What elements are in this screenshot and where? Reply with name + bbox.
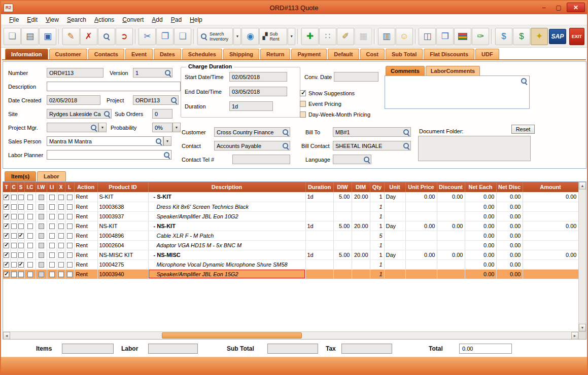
row-checkbox[interactable]	[67, 214, 73, 219]
column-header-net-each[interactable]: Net Each	[465, 182, 496, 192]
tab-item-s[interactable]: Item(s)	[5, 171, 36, 181]
language-field[interactable]	[333, 155, 371, 164]
price-list-icon[interactable]: $	[513, 28, 530, 45]
row-checkbox[interactable]	[49, 262, 55, 268]
column-header-discount[interactable]: Discount	[437, 182, 465, 192]
row-checkbox[interactable]	[27, 223, 33, 229]
smiley-icon[interactable]: ☺	[396, 28, 413, 45]
row-checkbox[interactable]	[39, 195, 44, 200]
camera-icon[interactable]: ◫	[419, 28, 436, 45]
column-header-action[interactable]: Action	[74, 182, 97, 192]
column-header-t[interactable]: T	[3, 182, 10, 192]
copy-icon[interactable]: ❐	[156, 28, 174, 45]
row-checkbox[interactable]	[67, 262, 73, 268]
column-header-diw[interactable]: DIW	[333, 182, 352, 192]
fax-icon[interactable]: ▥	[378, 28, 395, 45]
row-checkbox[interactable]	[39, 204, 44, 210]
tab-udf[interactable]: UDF	[475, 49, 499, 59]
sales-person-field[interactable]: Mantra M Mantra	[47, 136, 163, 146]
column-header-x[interactable]: X	[57, 182, 65, 192]
cut-icon[interactable]: ✂	[139, 28, 156, 45]
table-row[interactable]: Rent10004275Microphone Vocal Dynamic Mic…	[3, 259, 578, 269]
row-checkbox[interactable]	[27, 272, 33, 277]
row-checkbox[interactable]	[67, 233, 73, 239]
row-checkbox[interactable]	[39, 214, 44, 219]
row-checkbox[interactable]	[11, 243, 17, 248]
save-icon[interactable]: ▣	[39, 28, 56, 45]
tab-labor[interactable]: Labor	[37, 171, 66, 181]
horizontal-scroll-thumb[interactable]	[162, 332, 302, 339]
column-header-qty[interactable]: Qty	[370, 182, 384, 192]
tab-sub-total[interactable]: Sub Total	[386, 49, 423, 59]
menu-item-file[interactable]: File	[5, 15, 23, 24]
vertical-scrollbar[interactable]: ▲ ▼	[578, 182, 586, 331]
project-mgr-dropdown[interactable]: ▼	[98, 123, 107, 132]
description-field[interactable]	[47, 82, 181, 91]
contact-tel-field[interactable]	[232, 155, 290, 164]
row-checkbox[interactable]	[49, 243, 55, 248]
row-checkbox[interactable]	[67, 204, 73, 210]
tab-default[interactable]: Default	[328, 49, 359, 59]
probability-field[interactable]: 0%	[152, 123, 172, 132]
document-folder-box[interactable]	[418, 136, 531, 161]
column-header-net-disc[interactable]: Net Disc	[496, 182, 523, 192]
row-checkbox[interactable]	[49, 214, 55, 219]
tab-event[interactable]: Event	[125, 49, 153, 59]
tab-payment[interactable]: Payment	[291, 49, 327, 59]
probability-dropdown[interactable]: ▼	[172, 123, 181, 132]
table-row[interactable]: Rent10003940Speaker/Amplifier JBL Eon 15…	[3, 269, 578, 279]
customer-search-icon[interactable]	[282, 129, 289, 136]
notes-icon[interactable]: ✐	[337, 28, 354, 45]
row-checkbox[interactable]	[39, 223, 44, 229]
site-field[interactable]: Rydges Lakeside Ca	[47, 109, 112, 119]
row-checkbox[interactable]	[27, 243, 33, 248]
row-checkbox[interactable]	[39, 243, 44, 248]
row-checkbox[interactable]	[4, 262, 9, 268]
table-row[interactable]: RentNS-KIT- NS-KIT1d5.0020.001Day0.000.0…	[3, 221, 578, 231]
row-checkbox[interactable]	[11, 195, 17, 200]
tab-cost[interactable]: Cost	[360, 49, 385, 59]
scroll-down-icon[interactable]: ▼	[579, 324, 586, 331]
column-header-description[interactable]: Description	[148, 182, 305, 192]
tab-contacts[interactable]: Contacts	[88, 49, 124, 59]
row-checkbox[interactable]	[11, 223, 17, 229]
column-header-l[interactable]: L	[65, 182, 74, 192]
menu-item-search[interactable]: Search	[63, 15, 90, 24]
sap-button[interactable]: SAP	[549, 29, 566, 44]
table-row[interactable]: Rent10002604Adaptor VGA HD15 M - 5x BNC …	[3, 240, 578, 250]
site-search-icon[interactable]	[103, 110, 111, 118]
row-checkbox[interactable]	[4, 214, 9, 219]
bill-to-field[interactable]: MB#1	[333, 127, 411, 137]
row-checkbox[interactable]	[11, 204, 17, 210]
row-checkbox[interactable]	[11, 252, 17, 258]
row-checkbox[interactable]	[4, 223, 9, 229]
conv-date-field[interactable]	[334, 72, 378, 82]
day-week-month-pricing-checkbox[interactable]	[300, 111, 306, 118]
column-header-i-i[interactable]: I.I	[47, 182, 57, 192]
edit-icon[interactable]: ✎	[62, 28, 80, 45]
row-checkbox[interactable]	[18, 204, 24, 210]
column-header-product-id[interactable]: Product ID	[97, 182, 148, 192]
comments-search-icon[interactable]	[521, 78, 528, 85]
table-row[interactable]: RentS-KIT- S-KIT1d5.0020.001Day0.000.000…	[3, 192, 578, 202]
column-header-unit-price[interactable]: Unit Price	[405, 182, 437, 192]
row-checkbox[interactable]	[39, 252, 44, 258]
table-row[interactable]: Rent10003937Speaker/Amplifier JBL Eon 10…	[3, 211, 578, 221]
labor-planner-field[interactable]	[47, 150, 171, 160]
sales-person-search-icon[interactable]	[155, 138, 162, 145]
reset-button[interactable]: Reset	[511, 125, 535, 134]
row-checkbox[interactable]	[67, 195, 73, 200]
row-checkbox[interactable]	[27, 214, 33, 219]
bill-contact-search-icon[interactable]	[403, 142, 410, 149]
catalog-stack-icon[interactable]	[454, 28, 471, 45]
new-document-icon[interactable]: ❏	[4, 28, 21, 45]
maximize-button[interactable]: ▢	[552, 3, 565, 12]
sub-rent-dropdown[interactable]: ▼	[288, 28, 295, 45]
row-checkbox[interactable]	[39, 262, 44, 268]
row-checkbox[interactable]	[49, 233, 55, 239]
menu-item-view[interactable]: View	[42, 15, 63, 24]
labor-planner-search-icon[interactable]	[163, 152, 170, 159]
bill-to-search-icon[interactable]	[403, 129, 410, 136]
row-checkbox[interactable]	[49, 223, 55, 229]
sales-person-dropdown[interactable]: ▼	[163, 136, 171, 146]
